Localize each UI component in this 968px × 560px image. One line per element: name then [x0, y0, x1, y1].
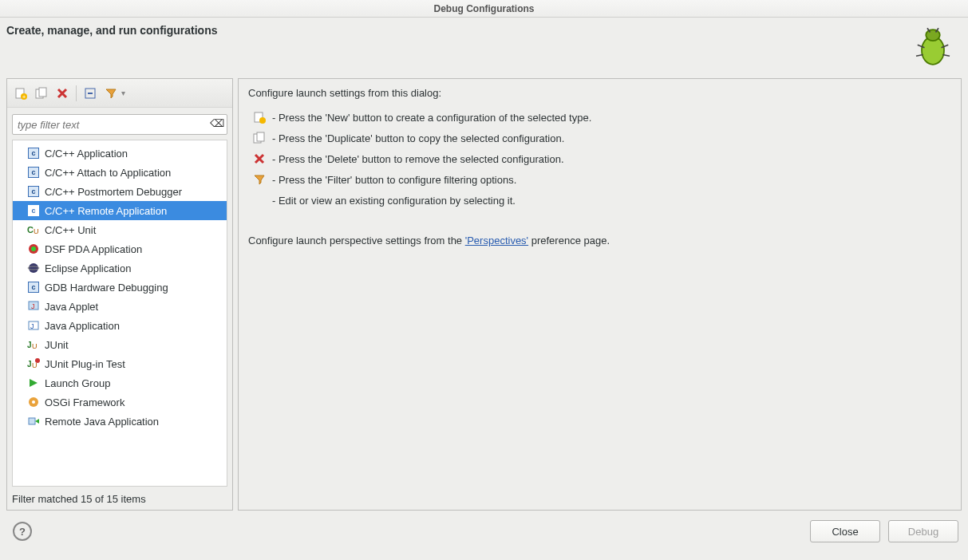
tree-item[interactable]: Launch Group [13, 373, 227, 392]
perspectives-hint: Configure launch perspective settings fr… [248, 235, 951, 246]
dialog-header: Create, manage, and run configurations [0, 18, 968, 78]
eclipse-app-icon [27, 262, 40, 274]
tree-item-label: C/C++ Application [45, 148, 128, 160]
help-text: - Press the 'Duplicate' button to copy t… [272, 132, 564, 144]
svg-text:U: U [34, 227, 39, 235]
filter-icon [253, 173, 266, 186]
clear-filter-icon[interactable]: ⌫ [210, 117, 224, 132]
svg-point-18 [31, 246, 36, 251]
c-app-icon: c [27, 147, 40, 160]
help-text: - Edit or view an existing configuration… [272, 195, 516, 207]
new-icon [253, 111, 266, 124]
help-row: - Press the 'New' button to create a con… [248, 107, 951, 128]
tree-item[interactable]: cC/C++ Application [13, 144, 227, 163]
debug-button[interactable]: Debug [888, 520, 958, 542]
tree-item-label: JUnit [45, 339, 69, 351]
dialog-title: Create, manage, and run configurations [6, 24, 911, 37]
junit-plugin-icon: JU [27, 357, 40, 370]
svg-point-35 [259, 117, 266, 124]
osgi-icon [27, 396, 40, 408]
collapse-all-icon[interactable] [83, 86, 97, 101]
tree-item[interactable]: OSGi Framework [13, 392, 227, 412]
tree-item-label: C/C++ Postmortem Debugger [45, 186, 182, 198]
tree-item-label: Launch Group [45, 377, 110, 389]
c-app-icon: c [27, 204, 40, 217]
svg-text:+: + [22, 93, 26, 100]
tree-item[interactable]: JUJUnit [13, 335, 227, 354]
junit-icon: JU [27, 338, 40, 351]
tree-item-label: C/C++ Remote Application [45, 205, 167, 217]
c-app-icon: c [27, 166, 40, 179]
svg-point-32 [32, 400, 35, 404]
tree-item[interactable]: JJava Applet [13, 297, 227, 316]
tree-item[interactable]: cC/C++ Attach to Application [13, 163, 227, 182]
help-text: - Press the 'Delete' button to remove th… [272, 153, 564, 165]
duplicate-icon [253, 132, 266, 144]
svg-point-29 [35, 358, 40, 363]
filter-box: ⌫ [12, 114, 227, 135]
tree-item-label: C/C++ Unit [45, 224, 96, 236]
tree-item-label: Eclipse Application [45, 262, 131, 274]
tree-item[interactable]: Eclipse Application [13, 258, 227, 278]
help-icon[interactable]: ? [13, 522, 32, 541]
tree-item[interactable]: JUJUnit Plug-in Test [13, 354, 227, 373]
config-tree[interactable]: cC/C++ ApplicationcC/C++ Attach to Appli… [12, 140, 227, 487]
tree-item[interactable]: DSF PDA Application [13, 239, 227, 258]
configurations-sidebar: + ▾ ⌫ cC/C++ ApplicationcC/C++ Attach to… [6, 78, 233, 511]
svg-text:U: U [32, 342, 38, 350]
bug-icon [911, 24, 955, 69]
delete-config-icon[interactable] [55, 86, 69, 101]
dsf-app-icon [27, 243, 40, 255]
help-intro: Configure launch settings from this dial… [248, 87, 951, 99]
help-row: - Press the 'Delete' button to remove th… [248, 148, 951, 169]
tree-item[interactable]: cGDB Hardware Debugging [13, 278, 227, 297]
help-text: - Press the 'New' button to create a con… [272, 112, 591, 124]
java-app-icon: J [27, 319, 40, 332]
help-text: - Press the 'Filter' button to configure… [272, 174, 516, 186]
perspectives-pre: Configure launch perspective settings fr… [248, 235, 465, 246]
java-applet-icon: J [27, 300, 40, 313]
perspectives-post: preference page. [528, 235, 610, 246]
help-row: - Edit or view an existing configuration… [248, 190, 951, 211]
new-config-icon[interactable]: + [14, 86, 28, 101]
tree-item-label: OSGi Framework [45, 396, 124, 408]
tree-item-label: GDB Hardware Debugging [45, 282, 168, 294]
window-titlebar: Debug Configurations [0, 0, 968, 18]
chevron-down-icon[interactable]: ▾ [121, 89, 125, 97]
help-row: - Press the 'Filter' button to configure… [248, 169, 951, 190]
tree-item[interactable]: cC/C++ Postmortem Debugger [13, 182, 227, 201]
help-row: - Press the 'Duplicate' button to copy t… [248, 128, 951, 148]
launch-group-icon [27, 377, 40, 389]
filter-status: Filter matched 15 of 15 items [7, 490, 232, 510]
dialog-footer: ? Close Debug [0, 511, 968, 552]
tree-item-label: DSF PDA Application [45, 243, 142, 255]
svg-text:J: J [27, 360, 32, 369]
svg-rect-37 [257, 132, 264, 141]
tree-item-label: Java Applet [45, 301, 98, 313]
tree-item[interactable]: CUC/C++ Unit [13, 220, 227, 239]
close-button[interactable]: Close [810, 520, 880, 542]
tree-item[interactable]: cC/C++ Remote Application [13, 201, 227, 220]
svg-marker-30 [30, 379, 38, 387]
toolbar-separator [76, 85, 77, 101]
c-unit-icon: CU [27, 223, 40, 236]
c-app-icon: c [27, 185, 40, 198]
svg-rect-33 [29, 418, 35, 424]
c-app-icon: c [27, 281, 40, 294]
svg-text:J: J [27, 341, 32, 349]
filter-config-icon[interactable] [104, 86, 118, 101]
tree-item[interactable]: Remote Java Application [13, 412, 227, 431]
svg-text:C: C [27, 225, 34, 235]
delete-icon [253, 153, 266, 164]
remote-java-icon [27, 415, 40, 428]
duplicate-config-icon[interactable] [34, 86, 49, 101]
svg-point-1 [926, 30, 940, 41]
filter-input[interactable] [12, 114, 227, 135]
sidebar-toolbar: + ▾ [7, 79, 232, 108]
tree-item-label: Java Application [45, 320, 120, 332]
perspectives-link[interactable]: 'Perspectives' [465, 235, 528, 246]
tree-item-label: Remote Java Application [45, 416, 159, 428]
svg-text:J: J [30, 322, 34, 330]
svg-text:J: J [31, 302, 35, 310]
tree-item[interactable]: JJava Application [13, 316, 227, 335]
